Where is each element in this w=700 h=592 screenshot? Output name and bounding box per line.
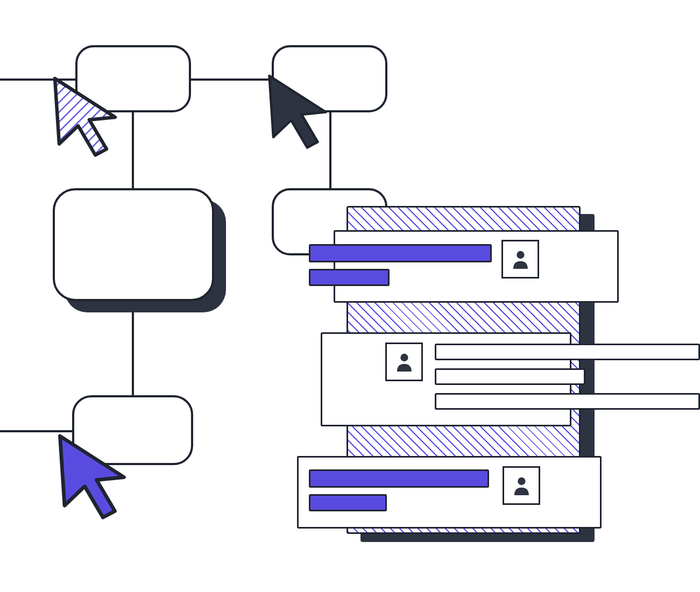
illustration-canvas xyxy=(0,0,700,592)
card-text-bar xyxy=(435,393,700,410)
card-text-bar xyxy=(309,469,489,488)
avatar xyxy=(503,466,540,505)
flow-node[interactable] xyxy=(53,188,214,301)
connector-line xyxy=(132,302,134,397)
cursor-icon xyxy=(42,70,128,156)
svg-point-3 xyxy=(400,354,408,361)
avatar xyxy=(385,343,423,381)
cursor-icon xyxy=(46,427,138,518)
avatar xyxy=(501,240,539,279)
card-text-bar xyxy=(309,269,390,286)
card-text-bar xyxy=(309,494,387,511)
svg-point-2 xyxy=(517,251,524,259)
list-card[interactable] xyxy=(334,230,619,303)
card-text-bar xyxy=(435,368,585,385)
card-text-bar xyxy=(309,244,492,262)
svg-point-4 xyxy=(518,477,525,485)
card-text-bar xyxy=(435,344,700,360)
connector-line xyxy=(132,104,134,189)
cursor-icon xyxy=(257,68,338,148)
list-card[interactable] xyxy=(297,456,602,529)
